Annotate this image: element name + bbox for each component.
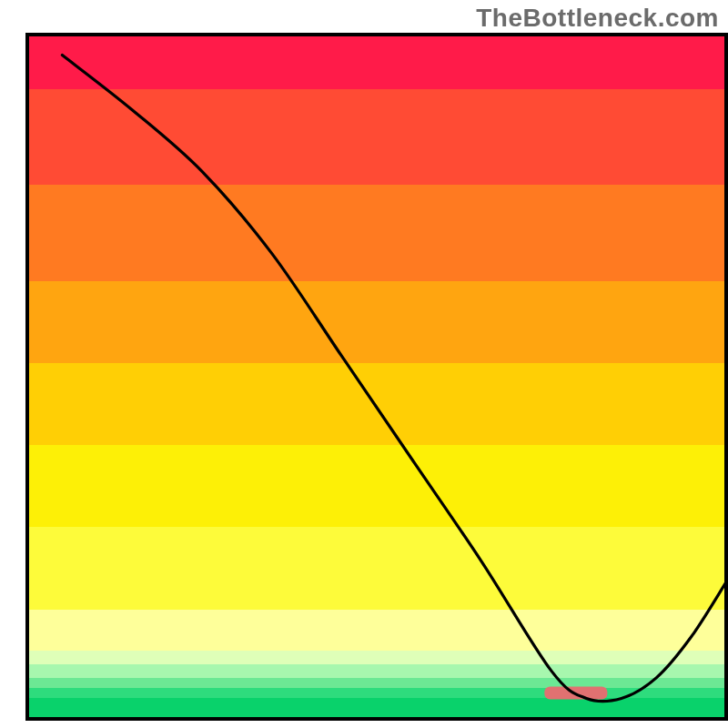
chart-container: TheBottleneck.com: [0, 0, 728, 728]
bottleneck-chart: [0, 0, 728, 728]
chart-background: [27, 35, 726, 719]
